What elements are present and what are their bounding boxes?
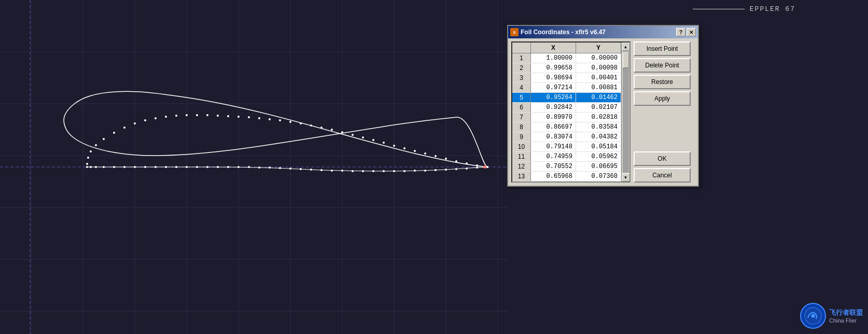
svg-point-55: [103, 138, 105, 140]
title-bar-left: x Foil Coordinates - xflr5 v6.47: [510, 28, 606, 36]
col-num: [512, 43, 530, 53]
row-num: 5: [512, 93, 530, 103]
svg-point-67: [414, 170, 416, 172]
row-x: 0.65968: [530, 172, 576, 182]
buttons-area: Insert Point Delete Point Restore Apply …: [634, 41, 691, 183]
row-num: 11: [512, 152, 530, 162]
svg-point-92: [155, 166, 157, 168]
svg-point-43: [227, 115, 229, 117]
foil-coordinates-dialog: x Foil Coordinates - xflr5 v6.47 ? ✕ X Y: [507, 25, 699, 187]
svg-point-50: [155, 117, 157, 119]
svg-point-78: [300, 168, 302, 170]
scroll-up-arrow[interactable]: ▲: [622, 43, 630, 51]
row-x: 0.74959: [530, 152, 576, 162]
svg-point-96: [113, 166, 115, 168]
svg-point-41: [248, 116, 250, 118]
dialog-title: Foil Coordinates - xflr5 v6.47: [521, 29, 606, 36]
svg-point-24: [424, 152, 426, 155]
row-y: 0.05962: [576, 152, 621, 162]
close-button[interactable]: ✕: [687, 28, 696, 36]
watermark-chinese: 飞行者联盟: [829, 308, 863, 317]
svg-point-71: [372, 170, 374, 172]
restore-button[interactable]: Restore: [634, 75, 691, 89]
row-y: 0.02107: [576, 103, 621, 113]
svg-point-60: [486, 166, 488, 168]
svg-point-62: [466, 168, 468, 170]
table-row[interactable]: 30.986940.00401: [512, 73, 621, 83]
table-row[interactable]: 110.749590.05962: [512, 152, 621, 162]
svg-point-32: [341, 131, 343, 133]
table-row[interactable]: 80.866970.03584: [512, 122, 621, 132]
ok-button[interactable]: OK: [634, 151, 691, 166]
insert-point-button[interactable]: Insert Point: [634, 41, 691, 56]
svg-point-26: [403, 147, 405, 149]
svg-point-25: [414, 150, 416, 152]
grid-background: [0, 0, 868, 334]
cancel-button[interactable]: Cancel: [634, 168, 691, 183]
row-num: 12: [512, 162, 530, 172]
help-button[interactable]: ?: [676, 28, 685, 36]
svg-point-86: [217, 166, 219, 168]
col-y: Y: [576, 43, 621, 53]
svg-point-33: [331, 129, 333, 131]
row-num: 4: [512, 83, 530, 93]
svg-point-45: [206, 114, 208, 116]
scroll-track[interactable]: [623, 51, 629, 173]
svg-point-68: [403, 170, 405, 172]
table-row[interactable]: 50.952640.01462: [512, 93, 621, 103]
scrollbar[interactable]: ▲ ▼: [621, 43, 629, 182]
svg-point-100: [86, 166, 88, 168]
row-x: 0.83074: [530, 132, 576, 142]
svg-point-46: [196, 114, 198, 116]
row-num: 2: [512, 63, 530, 73]
watermark-text: 飞行者联盟 China Flier: [829, 308, 863, 324]
delete-point-button[interactable]: Delete Point: [634, 58, 691, 73]
svg-point-101: [483, 165, 486, 169]
svg-point-65: [435, 169, 437, 171]
table-body: 11.000000.0000020.996580.0009830.986940.…: [512, 53, 621, 182]
scroll-thumb[interactable]: [623, 52, 629, 68]
svg-point-36: [300, 122, 302, 124]
svg-point-90: [175, 166, 177, 168]
table-row[interactable]: 130.659680.07360: [512, 172, 621, 182]
coordinates-table: X Y 11.000000.0000020.996580.0009830.986…: [512, 43, 621, 182]
row-x: 0.99658: [530, 63, 576, 73]
table-row[interactable]: 90.830740.04382: [512, 132, 621, 142]
svg-point-61: [476, 166, 478, 169]
row-y: 0.00000: [576, 53, 621, 63]
svg-point-87: [206, 166, 208, 168]
apply-button[interactable]: Apply: [634, 91, 691, 106]
scroll-down-arrow[interactable]: ▼: [622, 173, 630, 182]
svg-point-47: [186, 114, 188, 116]
svg-point-63: [455, 168, 457, 170]
table-row[interactable]: 20.996580.00098: [512, 63, 621, 73]
svg-point-98: [95, 166, 97, 168]
row-y: 0.01462: [576, 93, 621, 103]
label-line: [693, 9, 745, 9]
svg-point-81: [269, 166, 271, 169]
table-row[interactable]: 70.899700.02818: [512, 113, 621, 122]
svg-point-18: [486, 166, 488, 168]
table-row[interactable]: 40.972140.00881: [512, 83, 621, 93]
svg-point-20: [466, 162, 468, 164]
svg-point-59: [86, 163, 88, 165]
svg-point-77: [310, 169, 312, 171]
table-row[interactable]: 100.791480.05184: [512, 142, 621, 152]
row-y: 0.06695: [576, 162, 621, 172]
table-row[interactable]: 120.705520.06695: [512, 162, 621, 172]
row-num: 3: [512, 73, 530, 83]
svg-point-83: [248, 166, 250, 168]
row-num: 9: [512, 132, 530, 142]
row-y: 0.00881: [576, 83, 621, 93]
eppler-label: EPPLER 67: [693, 5, 795, 13]
row-num: 7: [512, 113, 530, 122]
canvas-area: [0, 0, 868, 334]
svg-point-48: [175, 115, 177, 117]
svg-point-99: [90, 166, 92, 168]
svg-point-52: [134, 122, 136, 124]
row-x: 0.70552: [530, 162, 576, 172]
svg-point-51: [144, 119, 146, 121]
table-row[interactable]: 60.928420.02107: [512, 103, 621, 113]
row-x: 0.79148: [530, 142, 576, 152]
table-row[interactable]: 11.000000.00000: [512, 53, 621, 63]
